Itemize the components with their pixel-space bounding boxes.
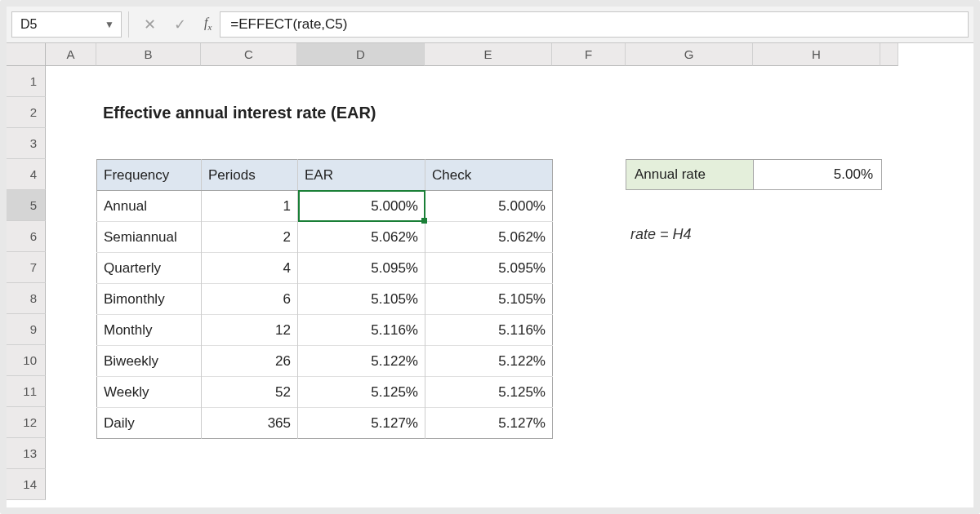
col-header-F[interactable]: F bbox=[552, 43, 626, 66]
rate-note: rate = H4 bbox=[630, 226, 692, 243]
row-header-3[interactable]: 3 bbox=[7, 128, 46, 159]
cell-check[interactable]: 5.095% bbox=[425, 253, 553, 284]
cell-periods[interactable]: 6 bbox=[202, 284, 298, 315]
cell-freq[interactable]: Bimonthly bbox=[97, 284, 202, 315]
th-ear[interactable]: EAR bbox=[298, 160, 425, 191]
cell-ear[interactable]: 5.095% bbox=[298, 253, 425, 284]
cell-freq[interactable]: Annual bbox=[97, 191, 202, 222]
select-all-triangle[interactable] bbox=[7, 43, 46, 66]
table-row: Daily3655.127%5.127% bbox=[97, 408, 553, 439]
table-row: Bimonthly65.105%5.105% bbox=[97, 284, 553, 315]
cell-ear[interactable]: 5.125% bbox=[298, 377, 425, 408]
cell-check[interactable]: 5.127% bbox=[425, 408, 553, 439]
cell-check[interactable]: 5.122% bbox=[425, 346, 553, 377]
cell-periods[interactable]: 365 bbox=[202, 408, 298, 439]
row-header-8[interactable]: 8 bbox=[7, 283, 46, 314]
formula-bar: D5 ▼ ✕ ✓ fx =EFFECT(rate,C5) bbox=[7, 7, 973, 43]
col-header-G[interactable]: G bbox=[626, 43, 753, 66]
cell-ear[interactable]: 5.127% bbox=[298, 408, 425, 439]
cell-check[interactable]: 5.116% bbox=[425, 315, 553, 346]
row-header-11[interactable]: 11 bbox=[7, 376, 46, 407]
formula-text: =EFFECT(rate,C5) bbox=[230, 16, 347, 33]
cell-check[interactable]: 5.000% bbox=[425, 191, 553, 222]
column-headers: A B C D E F G H bbox=[46, 43, 973, 66]
row-header-14[interactable]: 14 bbox=[7, 469, 46, 500]
cell-freq[interactable]: Daily bbox=[97, 408, 202, 439]
row-header-6[interactable]: 6 bbox=[7, 221, 46, 252]
cancel-icon[interactable]: ✕ bbox=[144, 17, 156, 32]
row-headers: 1 2 3 4 5 6 7 8 9 10 11 12 13 14 bbox=[7, 66, 46, 500]
row-header-9[interactable]: 9 bbox=[7, 314, 46, 345]
ear-table: Frequency Periods EAR Check Annual15.000… bbox=[96, 159, 553, 439]
table-row: Monthly125.116%5.116% bbox=[97, 315, 553, 346]
cells-area[interactable]: Effective annual interest rate (EAR) Fre… bbox=[46, 66, 973, 507]
row-header-12[interactable]: 12 bbox=[7, 407, 46, 438]
formula-buttons: ✕ ✓ fx bbox=[136, 7, 220, 42]
cell-freq[interactable]: Quarterly bbox=[97, 253, 202, 284]
cell-ear[interactable]: 5.122% bbox=[298, 346, 425, 377]
cell-periods[interactable]: 52 bbox=[202, 377, 298, 408]
divider bbox=[128, 11, 129, 38]
row-header-5[interactable]: 5 bbox=[7, 190, 46, 221]
cell-check[interactable]: 5.105% bbox=[425, 284, 553, 315]
formula-input[interactable]: =EFFECT(rate,C5) bbox=[220, 11, 969, 38]
table-row: Quarterly45.095%5.095% bbox=[97, 253, 553, 284]
col-header-E[interactable]: E bbox=[425, 43, 552, 66]
chevron-down-icon[interactable]: ▼ bbox=[105, 19, 114, 30]
enter-icon[interactable]: ✓ bbox=[174, 17, 186, 32]
annual-rate-label[interactable]: Annual rate bbox=[626, 160, 754, 189]
col-header-H[interactable]: H bbox=[753, 43, 880, 66]
cell-freq[interactable]: Biweekly bbox=[97, 346, 202, 377]
row-header-1[interactable]: 1 bbox=[7, 66, 46, 97]
page-title: Effective annual interest rate (EAR) bbox=[96, 97, 383, 128]
cell-check[interactable]: 5.125% bbox=[425, 377, 553, 408]
cell-freq[interactable]: Weekly bbox=[97, 377, 202, 408]
table-row: Annual15.000%5.000% bbox=[97, 191, 553, 222]
cell-periods[interactable]: 12 bbox=[202, 315, 298, 346]
th-check[interactable]: Check bbox=[425, 160, 553, 191]
cell-freq[interactable]: Monthly bbox=[97, 315, 202, 346]
fx-icon[interactable]: fx bbox=[204, 16, 212, 32]
cell-ear[interactable]: 5.116% bbox=[298, 315, 425, 346]
cell-freq[interactable]: Semiannual bbox=[97, 222, 202, 253]
row-header-7[interactable]: 7 bbox=[7, 252, 46, 283]
cell-periods[interactable]: 26 bbox=[202, 346, 298, 377]
th-frequency[interactable]: Frequency bbox=[97, 160, 202, 191]
table-header-row: Frequency Periods EAR Check bbox=[97, 160, 553, 191]
name-box-value: D5 bbox=[20, 17, 37, 32]
name-box[interactable]: D5 ▼ bbox=[11, 11, 122, 38]
row-header-4[interactable]: 4 bbox=[7, 159, 46, 190]
annual-rate-value[interactable]: 5.00% bbox=[754, 160, 881, 189]
row-header-13[interactable]: 13 bbox=[7, 438, 46, 469]
cell-ear[interactable]: 5.062% bbox=[298, 222, 425, 253]
col-header-C[interactable]: C bbox=[201, 43, 297, 66]
table-row: Biweekly265.122%5.122% bbox=[97, 346, 553, 377]
col-header-A[interactable]: A bbox=[46, 43, 96, 66]
cell-ear[interactable]: 5.000% bbox=[298, 191, 425, 222]
row-header-10[interactable]: 10 bbox=[7, 345, 46, 376]
cell-periods[interactable]: 1 bbox=[202, 191, 298, 222]
col-header-D[interactable]: D bbox=[297, 43, 425, 66]
table-row: Weekly525.125%5.125% bbox=[97, 377, 553, 408]
cell-check[interactable]: 5.062% bbox=[425, 222, 553, 253]
annual-rate-box: Annual rate 5.00% bbox=[626, 159, 882, 190]
cell-ear[interactable]: 5.105% bbox=[298, 284, 425, 315]
table-row: Semiannual25.062%5.062% bbox=[97, 222, 553, 253]
col-header-B[interactable]: B bbox=[96, 43, 201, 66]
row-header-2[interactable]: 2 bbox=[7, 97, 46, 128]
cell-periods[interactable]: 2 bbox=[202, 222, 298, 253]
col-header-next[interactable] bbox=[880, 43, 898, 66]
cell-periods[interactable]: 4 bbox=[202, 253, 298, 284]
th-periods[interactable]: Periods bbox=[202, 160, 298, 191]
